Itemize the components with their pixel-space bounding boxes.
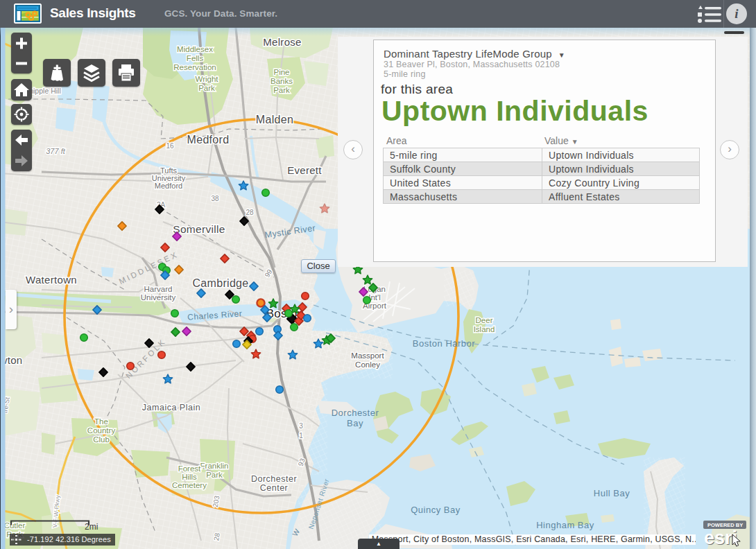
svg-text:Conley: Conley <box>355 360 380 369</box>
svg-text:Club: Club <box>93 435 110 444</box>
svg-text:Massport: Massport <box>351 351 384 360</box>
svg-text:Park: Park <box>198 84 215 92</box>
svg-text:Center: Center <box>260 483 289 493</box>
svg-text:University: University <box>141 293 176 302</box>
svg-text:28: 28 <box>246 209 254 216</box>
svg-text:3: 3 <box>299 422 303 430</box>
svg-text:38: 38 <box>211 195 219 202</box>
svg-text:Hull Bay: Hull Bay <box>594 488 630 498</box>
svg-text:The: The <box>94 417 108 426</box>
svg-text:Country: Country <box>87 426 116 435</box>
svg-text:2mi: 2mi <box>85 522 98 532</box>
svg-text:Pine: Pine <box>273 68 289 76</box>
svg-text:Island: Island <box>474 325 495 333</box>
svg-text:Hingham Bay: Hingham Bay <box>536 520 594 530</box>
svg-text:Franklin: Franklin <box>200 462 229 470</box>
svg-text:Deer: Deer <box>476 316 493 324</box>
svg-text:Wright: Wright <box>195 75 218 83</box>
svg-text:Park: Park <box>206 471 223 479</box>
svg-text:16: 16 <box>166 142 174 150</box>
svg-text:Cambridge: Cambridge <box>193 277 249 289</box>
svg-text:Melrose: Melrose <box>263 36 301 48</box>
svg-text:Medford: Medford <box>155 182 182 190</box>
svg-text:Quincy Bay: Quincy Bay <box>411 505 460 515</box>
svg-text:Fells: Fells <box>187 54 204 62</box>
svg-text:Boston Harbor: Boston Harbor <box>413 338 475 349</box>
svg-text:Somerville: Somerville <box>173 223 225 235</box>
svg-text:377 ft: 377 ft <box>46 147 65 155</box>
svg-text:1: 1 <box>299 432 303 439</box>
svg-text:Malden: Malden <box>256 114 293 125</box>
svg-text:Park: Park <box>273 86 290 94</box>
svg-text:Harvard: Harvard <box>144 285 173 293</box>
svg-text:Medford: Medford <box>187 134 230 146</box>
svg-text:Dorchester: Dorchester <box>251 474 297 484</box>
svg-text:Everett: Everett <box>287 164 322 176</box>
svg-text:Watertown: Watertown <box>26 274 77 286</box>
svg-text:Hills: Hills <box>182 473 197 481</box>
svg-text:Bay: Bay <box>347 418 363 428</box>
svg-text:Reservation: Reservation <box>173 63 216 71</box>
svg-text:Forest: Forest <box>178 464 201 473</box>
svg-text:Middlesex: Middlesex <box>177 45 213 53</box>
svg-text:Banks: Banks <box>270 77 293 85</box>
svg-text:Cemetery: Cemetery <box>172 481 207 489</box>
svg-text:Jamaica Plain: Jamaica Plain <box>142 403 200 412</box>
svg-text:Dorchester: Dorchester <box>332 408 379 418</box>
